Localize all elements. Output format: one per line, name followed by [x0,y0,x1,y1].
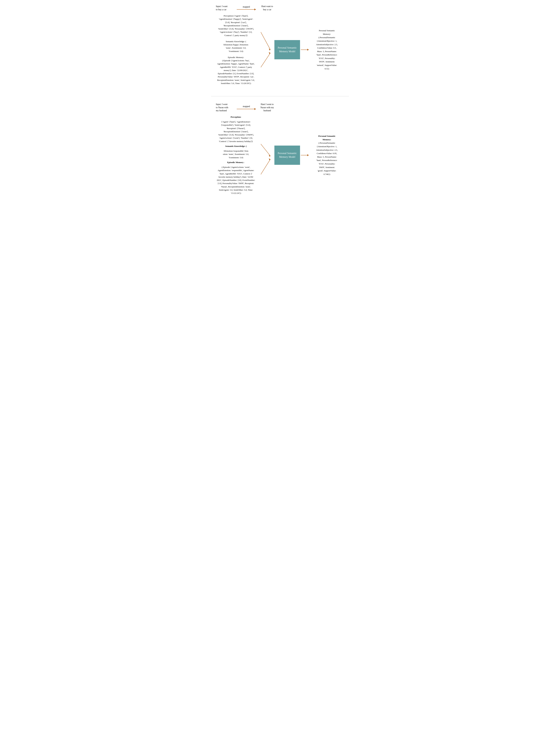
right-arrow-head-2 [307,154,309,156]
input-text-2: Input: I went to Naran with my husband [216,103,235,112]
episodic-colon-2: : [244,161,245,164]
semantic-label-2: Semantic Knowledge: ( [211,144,261,148]
input-text-1: Input: I want to buy a car [216,5,235,11]
right-arrow-head-1 [307,49,309,51]
svg-marker-3 [269,52,270,54]
semantic-1: Semantic Knowledge: ( XEmotion:'happy',Y… [211,40,261,53]
arrow-shaft-1 [237,9,254,10]
perception-bold-2: Perception: [231,116,241,118]
mapped-label-1: mapped [243,6,250,8]
svg-line-6 [261,159,270,174]
model-box-1: Personal Semantic Memory Model [274,40,300,59]
arrows-svg-1 [261,24,273,75]
semantic-bold-2: Semantic Knowledge: ( [225,145,246,147]
diagram-row-2: Perception: {'Agent': ['hani'], 'AgentEm… [211,116,349,195]
svg-marker-7 [269,158,270,160]
perception-1: Perception:{'Agent': ['hani'], 'AgentEmo… [211,14,261,37]
arrows-svg-col-2 [261,125,273,186]
episodic-bold-2: Episodic Memory [227,161,243,164]
right-arrow-2 [301,154,309,156]
arrows-svg-col-1 [261,24,273,75]
model-box-2: Personal Semantic Memory Model [274,145,300,165]
svg-line-2 [261,53,270,67]
right-arrow-1 [301,49,309,51]
output-memory-2: Personal Semantic Memory: (:PersonalSema… [309,134,344,176]
semantic-body-2: XEmotion:'responsible',Yem otion: 'none'… [211,150,261,159]
output-text-1: Hani want to buy a car [258,5,277,11]
arrow-line-1 [237,8,256,10]
section-1: Input: I want to buy a car mapped Hani w… [211,5,349,85]
left-col-2: Perception: {'Agent': ['hani'], 'AgentEm… [211,116,261,195]
diagram-row-1: Perception:{'Agent': ['hani'], 'AgentEmo… [211,14,349,85]
mapped-label-2: mapped [243,105,250,108]
right-arrow-shaft-1 [301,50,307,50]
input-row-1: Input: I want to buy a car mapped Hani w… [216,5,349,11]
arrow-line-2 [237,108,256,110]
input-row-2: Input: I went to Naran with my husband m… [216,103,349,112]
left-col-1: Perception:{'Agent': ['hani'], 'AgentEmo… [211,14,261,85]
arrow-head-2 [254,108,256,110]
svg-line-0 [261,32,270,50]
section-2: Input: I went to Naran with my husband m… [211,103,349,195]
model-label-2: Personal Semantic Memory Model [278,152,297,159]
output-text-2: Hani I went to Naran with my husband [258,103,277,112]
center-col-1: Personal Semantic Memory Model [273,40,301,59]
episodic-body-2: (:Episode {AgentActions: 'went', AgentEm… [211,166,261,195]
episodic-1: Episodic Memory: (:Episode {AgentActions… [211,56,261,85]
model-label-1: Personal Semantic Memory Model [278,46,297,53]
mapped-arrow-2: mapped [237,105,256,110]
perception-body-2: {'Agent': ['hani'], 'AgentEmotion': ['re… [211,120,261,143]
arrow-shaft-2 [237,109,254,109]
center-col-2: Personal Semantic Memory Model [273,145,301,165]
perception-label-2: Perception: [211,116,261,119]
arrow-head-1 [254,8,256,10]
svg-line-4 [261,144,270,156]
arrows-svg-2 [261,125,273,186]
episodic-label-2: Episodic Memory : [211,161,261,164]
output-memory-1: Personal Semantic Memory: (:PersonalSema… [309,29,344,70]
output-memory-body-2: (:PersonalSemantic {AttentionObjective: … [310,141,344,176]
mapped-arrow-1: mapped [237,6,256,10]
output-memory-label-2: Personal Semantic Memory: [310,134,344,141]
right-arrow-shaft-2 [301,155,307,155]
